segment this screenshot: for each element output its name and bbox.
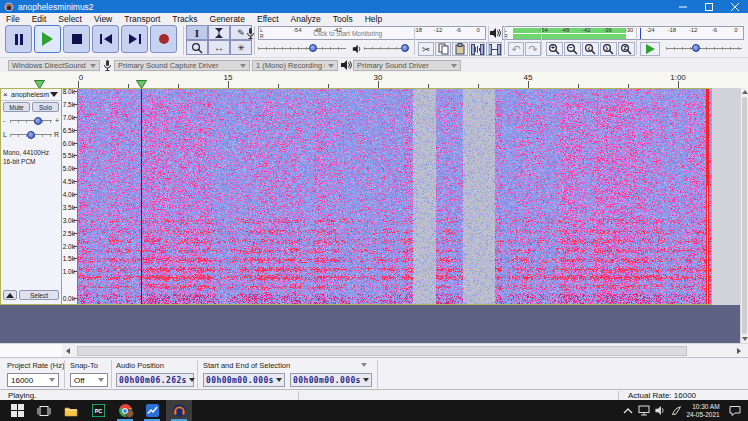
zoom-selection-button[interactable]: ⧼ — [582, 42, 599, 56]
scroll-right-icon[interactable] — [737, 348, 741, 354]
menu-edit[interactable]: Edit — [26, 14, 53, 24]
clock[interactable]: 10:30 AM24-05-2021 — [686, 400, 720, 421]
stop-button[interactable] — [63, 25, 90, 53]
project-rate-dropdown[interactable]: 16000 — [7, 373, 59, 387]
audacity-icon[interactable] — [166, 400, 192, 421]
select-track-button[interactable]: Select — [19, 290, 59, 300]
zoom-in-button[interactable]: + — [546, 42, 563, 56]
recording-volume-slider[interactable] — [258, 43, 346, 54]
playback-device-dropdown[interactable]: Primary Sound Driver — [353, 60, 461, 71]
chrome-icon[interactable] — [112, 400, 138, 421]
menu-analyze[interactable]: Analyze — [285, 14, 327, 24]
maximize-button[interactable] — [696, 0, 722, 13]
status-bar: Playing. Actual Rate: 16000 — [0, 389, 748, 400]
play-speed-slider-thumb[interactable] — [692, 44, 700, 52]
skip-end-icon — [129, 34, 141, 44]
multi-tool-button[interactable]: ✳ — [230, 40, 252, 55]
recording-channels-dropdown[interactable]: 1 (Mono) Recording Chan — [252, 60, 338, 71]
file-explorer-icon[interactable] — [58, 400, 84, 421]
copy-button[interactable] — [435, 42, 451, 56]
record-button[interactable] — [150, 25, 177, 53]
horizontal-scrollbar-thumb[interactable] — [77, 346, 687, 356]
ink-icon[interactable] — [668, 400, 684, 421]
task-view-icon[interactable] — [31, 400, 57, 421]
zoom-tool-button[interactable] — [186, 40, 208, 55]
cut-button[interactable]: ✂ — [418, 42, 434, 56]
menu-generate[interactable]: Generate — [204, 14, 251, 24]
selection-end-field[interactable]: 00h00m00.000s — [290, 373, 372, 387]
skip-start-button[interactable] — [92, 25, 119, 53]
timeshift-tool-button[interactable]: ↔ — [208, 40, 230, 55]
audio-position-field[interactable]: 00h00m06.262s — [116, 373, 194, 387]
pycharm-icon[interactable]: PC — [85, 400, 111, 421]
play-speed-slider[interactable] — [666, 43, 742, 54]
vertical-scrollbar-thumb[interactable] — [742, 97, 747, 334]
playback-volume-slider-thumb[interactable] — [401, 44, 409, 52]
recording-device-dropdown[interactable]: Primary Sound Capture Driver — [114, 60, 250, 71]
menu-select[interactable]: Select — [52, 14, 88, 24]
scroll-down-icon[interactable] — [742, 337, 748, 341]
pause-icon — [15, 34, 23, 45]
timeline-ruler[interactable]: 01530451:00 — [0, 72, 748, 89]
pause-button[interactable] — [5, 25, 32, 53]
menu-view[interactable]: View — [88, 14, 118, 24]
collapse-track-button[interactable] — [3, 290, 17, 300]
paste-button[interactable] — [452, 42, 468, 56]
play-at-speed-button[interactable] — [640, 42, 660, 56]
volume-icon[interactable] — [652, 400, 668, 421]
close-button[interactable] — [722, 0, 748, 13]
ruler-tick — [478, 84, 479, 88]
zoom-fit-button[interactable]: ⧽ — [600, 42, 617, 56]
zoom-toggle-button[interactable]: z — [618, 42, 635, 56]
tray-expand-icon[interactable] — [620, 400, 636, 421]
pan-slider-thumb[interactable] — [27, 131, 35, 139]
trim-button[interactable] — [469, 42, 485, 56]
scroll-up-icon[interactable] — [742, 90, 748, 94]
monitor-text[interactable]: Click to Start Monitoring — [313, 30, 382, 37]
redo-button[interactable]: ↷ — [525, 42, 541, 56]
scroll-left-icon[interactable] — [66, 348, 70, 354]
menu-transport[interactable]: Transport — [118, 14, 166, 24]
skip-end-button[interactable] — [121, 25, 148, 53]
menu-help[interactable]: Help — [359, 14, 388, 24]
zoom-out-button[interactable]: − — [564, 42, 581, 56]
undo-button[interactable]: ↶ — [508, 42, 524, 56]
menu-effect[interactable]: Effect — [251, 14, 285, 24]
audio-host-dropdown[interactable]: Windows DirectSound — [8, 60, 100, 71]
menu-file[interactable]: File — [0, 14, 26, 24]
action-center-icon[interactable] — [726, 400, 744, 421]
pan-slider[interactable]: L R — [3, 129, 59, 141]
snap-to-dropdown[interactable]: Off — [70, 373, 108, 387]
selection-mode-dropdown-icon[interactable] — [361, 363, 367, 367]
track-name[interactable]: anophelesmi — [11, 91, 49, 98]
play-button[interactable] — [34, 25, 61, 53]
actual-rate: Actual Rate: 16000 — [628, 391, 696, 400]
freq-tick — [74, 194, 77, 195]
minimize-button[interactable] — [670, 0, 696, 13]
horizontal-scrollbar[interactable] — [0, 343, 748, 357]
gain-slider[interactable]: - + — [3, 115, 59, 127]
selection-start-field[interactable]: 00h00m00.000s — [203, 373, 285, 387]
gain-slider-thumb[interactable] — [34, 117, 42, 125]
spectrogram[interactable] — [78, 89, 712, 304]
recording-meter[interactable]: Click to Start Monitoring LR-54-48-42-18… — [258, 26, 486, 40]
envelope-tool-button[interactable] — [208, 25, 230, 40]
chart-app-icon[interactable] — [139, 400, 165, 421]
network-icon[interactable] — [636, 400, 652, 421]
meter-db-label: 0 — [734, 27, 737, 33]
menu-tools[interactable]: Tools — [327, 14, 359, 24]
redo-icon: ↷ — [528, 43, 537, 56]
menu-tracks[interactable]: Tracks — [166, 14, 203, 24]
vertical-scrollbar[interactable] — [740, 88, 748, 343]
start-icon[interactable] — [4, 400, 30, 421]
track-close-button[interactable]: × — [3, 90, 11, 99]
solo-button[interactable]: Solo — [32, 102, 59, 112]
recording-volume-slider-thumb[interactable] — [309, 44, 317, 52]
playback-volume-slider[interactable] — [364, 43, 408, 54]
mute-button[interactable]: Mute — [3, 102, 30, 112]
freq-tick — [74, 233, 77, 234]
playback-meter[interactable]: LR-54-48-42-36-30-24-18-12-60 — [502, 26, 744, 40]
track-menu-icon[interactable] — [50, 92, 58, 97]
selection-tool-button[interactable]: I — [186, 25, 208, 40]
silence-icon — [488, 44, 501, 55]
